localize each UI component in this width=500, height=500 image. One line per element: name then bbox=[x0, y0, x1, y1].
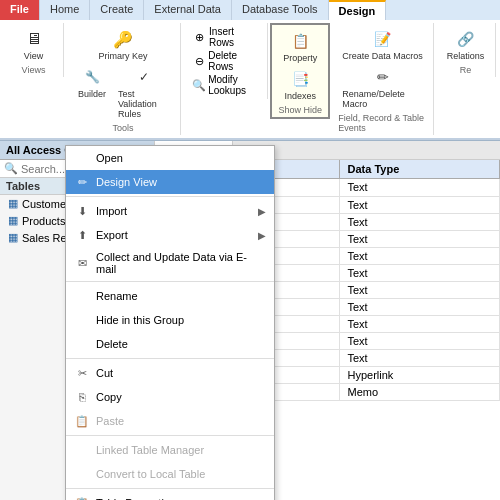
data-type-cell[interactable]: Text bbox=[340, 214, 501, 230]
table-icon-sales: ▦ bbox=[8, 231, 18, 244]
context-menu: Open ✏ Design View ⬇ Import ▶ ⬆ Export ▶… bbox=[65, 145, 275, 500]
insert-rows-button[interactable]: ⊕ Insert Rows bbox=[189, 25, 261, 49]
ribbon-tab-bar: File Home Create External Data Database … bbox=[0, 0, 500, 20]
ctx-convert-label: Convert to Local Table bbox=[96, 468, 205, 480]
ctx-convert-local: Convert to Local Table bbox=[66, 462, 274, 486]
create-macros-button[interactable]: 📝 Create Data Macros bbox=[338, 25, 427, 63]
indexes-button[interactable]: 📑 Indexes bbox=[280, 65, 320, 103]
ctx-copy[interactable]: ⎘ Copy bbox=[66, 385, 274, 409]
tab-database-tools[interactable]: Database Tools bbox=[232, 0, 329, 20]
view-button[interactable]: 🖥 View bbox=[14, 25, 54, 63]
property-sheet-icon: 📋 bbox=[288, 29, 312, 53]
view-label: View bbox=[24, 51, 43, 61]
group-relations-label: Re bbox=[460, 65, 472, 75]
relations-button[interactable]: 🔗 Relations bbox=[443, 25, 489, 63]
data-type-cell[interactable]: Text bbox=[340, 179, 501, 196]
ctx-import-label: Import bbox=[96, 205, 127, 217]
ribbon: File Home Create External Data Database … bbox=[0, 0, 500, 141]
group-views: 🖥 View Views bbox=[4, 23, 64, 77]
ctx-copy-label: Copy bbox=[96, 391, 122, 403]
ctx-import-arrow: ▶ bbox=[258, 206, 266, 217]
primary-key-label: Primary Key bbox=[99, 51, 148, 61]
tab-file[interactable]: File bbox=[0, 0, 40, 20]
group-macros-label: Field, Record & Table Events bbox=[338, 113, 427, 133]
ctx-linked-manager-label: Linked Table Manager bbox=[96, 444, 204, 456]
header-data-type: Data Type bbox=[340, 160, 501, 178]
ctx-export-label: Export bbox=[96, 229, 128, 241]
delete-icon bbox=[74, 336, 90, 352]
linked-manager-icon bbox=[74, 442, 90, 458]
relations-icon: 🔗 bbox=[454, 27, 478, 51]
tab-create[interactable]: Create bbox=[90, 0, 144, 20]
nav-section-label: Tables bbox=[6, 180, 40, 192]
email-icon: ✉ bbox=[74, 255, 90, 271]
group-show-hide: 📋 Property 📑 Indexes Show Hide bbox=[270, 23, 330, 119]
ctx-cut[interactable]: ✂ Cut bbox=[66, 361, 274, 385]
group-rows: ⊕ Insert Rows ⊖ Delete Rows 🔍 Modify Loo… bbox=[183, 23, 268, 99]
data-type-cell[interactable]: Text bbox=[340, 248, 501, 264]
data-type-cell[interactable]: Text bbox=[340, 333, 501, 349]
create-macros-label: Create Data Macros bbox=[342, 51, 423, 61]
data-type-cell[interactable]: Hyperlink bbox=[340, 367, 501, 383]
export-icon: ⬆ bbox=[74, 227, 90, 243]
rename-macro-button[interactable]: ✏ Rename/Delete Macro bbox=[338, 63, 427, 111]
paste-icon: 📋 bbox=[74, 413, 90, 429]
ctx-hide-label: Hide in this Group bbox=[96, 314, 184, 326]
ctx-table-properties[interactable]: 📋 Table Properties bbox=[66, 491, 274, 500]
ctx-delete[interactable]: Delete bbox=[66, 332, 274, 356]
table-props-icon: 📋 bbox=[74, 495, 90, 500]
ctx-design-view-label: Design View bbox=[96, 176, 157, 188]
import-icon: ⬇ bbox=[74, 203, 90, 219]
test-label: Test Validation Rules bbox=[118, 89, 170, 119]
relations-label: Relations bbox=[447, 51, 485, 61]
design-view-icon: ✏ bbox=[74, 174, 90, 190]
ctx-design-view[interactable]: ✏ Design View bbox=[66, 170, 274, 194]
rename-icon bbox=[74, 288, 90, 304]
ctx-hide-group[interactable]: Hide in this Group bbox=[66, 308, 274, 332]
group-macros: 📝 Create Data Macros ✏ Rename/Delete Mac… bbox=[332, 23, 434, 135]
cut-icon: ✂ bbox=[74, 365, 90, 381]
builder-icon: 🔧 bbox=[80, 65, 104, 89]
ctx-open-label: Open bbox=[96, 152, 123, 164]
rename-macro-label: Rename/Delete Macro bbox=[342, 89, 423, 109]
tab-external-data[interactable]: External Data bbox=[144, 0, 232, 20]
ctx-collect-email[interactable]: ✉ Collect and Update Data via E-mail bbox=[66, 247, 274, 279]
data-type-cell[interactable]: Text bbox=[340, 265, 501, 281]
data-type-cell[interactable]: Text bbox=[340, 197, 501, 213]
copy-icon: ⎘ bbox=[74, 389, 90, 405]
ctx-separator-2 bbox=[66, 281, 274, 282]
ctx-paste: 📋 Paste bbox=[66, 409, 274, 433]
data-type-cell[interactable]: Memo bbox=[340, 384, 501, 400]
indexes-label: Indexes bbox=[284, 91, 316, 101]
group-relations: 🔗 Relations Re bbox=[436, 23, 496, 77]
test-icon: ✓ bbox=[132, 65, 156, 89]
group-show-hide-label: Show Hide bbox=[278, 105, 322, 115]
ctx-paste-label: Paste bbox=[96, 415, 124, 427]
ctx-export[interactable]: ⬆ Export ▶ bbox=[66, 223, 274, 247]
test-validation-button[interactable]: ✓ Test Validation Rules bbox=[114, 63, 174, 121]
ribbon-content: 🖥 View Views 🔑 Primary Key 🔧 Builder ✓ T… bbox=[0, 20, 500, 140]
group-tools: 🔑 Primary Key 🔧 Builder ✓ Test Validatio… bbox=[66, 23, 181, 135]
data-type-cell[interactable]: Text bbox=[340, 231, 501, 247]
builder-button[interactable]: 🔧 Builder bbox=[72, 63, 112, 121]
data-type-cell[interactable]: Text bbox=[340, 316, 501, 332]
modify-lookups-button[interactable]: 🔍 Modify Lookups bbox=[189, 73, 261, 97]
ctx-export-arrow: ▶ bbox=[258, 230, 266, 241]
tab-design[interactable]: Design bbox=[329, 0, 387, 20]
convert-icon bbox=[74, 466, 90, 482]
data-type-cell[interactable]: Text bbox=[340, 350, 501, 366]
group-views-label: Views bbox=[22, 65, 46, 75]
ctx-open[interactable]: Open bbox=[66, 146, 274, 170]
data-type-cell[interactable]: Text bbox=[340, 282, 501, 298]
ctx-rename[interactable]: Rename bbox=[66, 284, 274, 308]
create-macros-icon: 📝 bbox=[371, 27, 395, 51]
delete-rows-button[interactable]: ⊖ Delete Rows bbox=[189, 49, 261, 73]
builder-label: Builder bbox=[78, 89, 106, 99]
ctx-import[interactable]: ⬇ Import ▶ bbox=[66, 199, 274, 223]
data-type-cell[interactable]: Text bbox=[340, 299, 501, 315]
tab-home[interactable]: Home bbox=[40, 0, 90, 20]
key-icon: 🔑 bbox=[111, 27, 135, 51]
primary-key-button[interactable]: 🔑 Primary Key bbox=[95, 25, 152, 63]
property-sheet-button[interactable]: 📋 Property bbox=[279, 27, 321, 65]
delete-rows-label: Delete Rows bbox=[208, 50, 258, 72]
